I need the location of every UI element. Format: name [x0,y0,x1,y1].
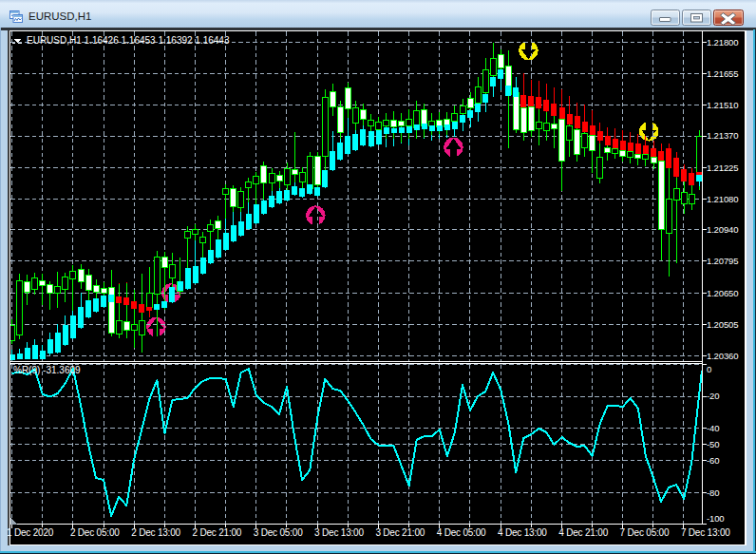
svg-text:1.21080: 1.21080 [707,194,738,204]
svg-text:-60: -60 [707,455,719,466]
svg-text:1.21800: 1.21800 [707,37,738,48]
svg-text:4 Dec 05:00: 4 Dec 05:00 [437,527,486,538]
svg-text:1.21510: 1.21510 [707,100,738,110]
svg-text:1.21370: 1.21370 [707,130,738,141]
svg-text:-100: -100 [707,513,724,524]
svg-text:4 Dec 13:00: 4 Dec 13:00 [498,527,547,538]
svg-text:%R(9) -31.3609: %R(9) -31.3609 [13,365,81,375]
svg-text:3 Dec 21:00: 3 Dec 21:00 [375,527,425,538]
svg-text:1.20940: 1.20940 [707,224,738,235]
svg-text:1.20505: 1.20505 [707,319,738,330]
svg-text:-20: -20 [707,391,719,401]
svg-text:3 Dec 05:00: 3 Dec 05:00 [254,527,303,538]
svg-text:1.21225: 1.21225 [707,162,738,173]
svg-text:4 Dec 21:00: 4 Dec 21:00 [558,527,608,538]
svg-text:1.20360: 1.20360 [707,351,738,361]
svg-text:2 Dec 13:00: 2 Dec 13:00 [131,527,180,538]
svg-text:3 Dec 13:00: 3 Dec 13:00 [314,527,364,538]
svg-text:2 Dec 21:00: 2 Dec 21:00 [193,527,242,538]
svg-text:0: 0 [707,364,711,374]
svg-text:1.20650: 1.20650 [707,288,738,298]
svg-text:7 Dec 05:00: 7 Dec 05:00 [620,527,670,538]
svg-text:EURUSD,H1 1.16426 1.16453 1.16: EURUSD,H1 1.16426 1.16453 1.16392 1.1644… [27,35,230,46]
svg-text:1.20795: 1.20795 [707,256,738,266]
svg-text:1.21655: 1.21655 [707,68,738,79]
svg-text:-40: -40 [707,423,719,433]
svg-text:2 Dec 05:00: 2 Dec 05:00 [70,527,120,538]
svg-text:1 Dec 2020: 1 Dec 2020 [7,527,54,538]
svg-text:7 Dec 13:00: 7 Dec 13:00 [681,527,730,538]
svg-text:-80: -80 [707,487,719,498]
svg-text:-50: -50 [707,439,719,449]
